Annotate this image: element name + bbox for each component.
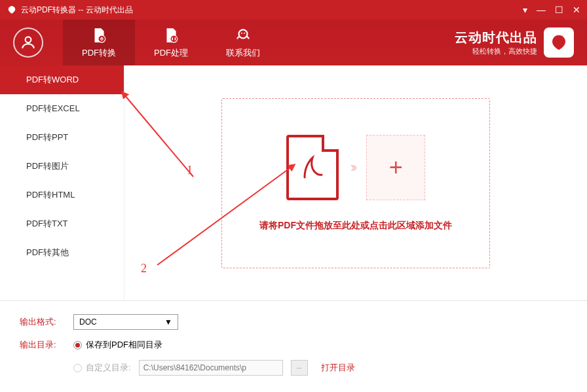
- sidebar-item-pdf-image[interactable]: PDF转图片: [0, 152, 124, 181]
- app-icon: [7, 5, 17, 15]
- sidebar-item-pdf-html[interactable]: PDF转HTML: [0, 181, 124, 209]
- header: PDF转换 PDF处理 联系我们 云动时代出品 轻松转换，高效快捷: [0, 20, 587, 65]
- add-file-box: +: [366, 135, 425, 200]
- output-format-label: 输出格式:: [20, 316, 66, 328]
- tab-pdf-convert[interactable]: PDF转换: [63, 20, 135, 65]
- pdf-convert-icon: [90, 26, 108, 45]
- svg-point-1: [98, 35, 105, 43]
- open-dir-link[interactable]: 打开目录: [321, 362, 355, 374]
- sidebar-item-pdf-ppt[interactable]: PDF转PPT: [0, 123, 124, 152]
- browse-button[interactable]: ···: [291, 360, 308, 376]
- radio-custom-dir[interactable]: 自定义目录:: [73, 362, 131, 374]
- tab-contact[interactable]: 联系我们: [207, 20, 279, 65]
- radio-label: 保存到PDF相同目录: [86, 339, 162, 351]
- tab-label: PDF转换: [82, 47, 116, 59]
- dropdown-icon[interactable]: ▾: [523, 5, 527, 15]
- radio-same-dir[interactable]: 保存到PDF相同目录: [73, 339, 162, 351]
- close-button[interactable]: ✕: [573, 5, 580, 15]
- file-dropzone[interactable]: ›› + 请将PDF文件拖放至此处或点击此区域添加文件: [221, 98, 490, 268]
- pdf-file-icon: [286, 135, 339, 200]
- output-format-select[interactable]: DOC ▼: [73, 314, 178, 330]
- sidebar-item-pdf-excel[interactable]: PDF转EXCEL: [0, 94, 124, 123]
- radio-icon: [73, 364, 82, 372]
- annotation-label-2: 2: [141, 262, 147, 276]
- svg-point-4: [241, 33, 242, 34]
- output-dir-label: 输出目录:: [20, 339, 66, 351]
- svg-line-6: [124, 95, 193, 177]
- footer-settings: 输出格式: DOC ▼ 输出目录: 保存到PDF相同目录 自定义目录: ··· …: [0, 300, 587, 392]
- titlebar: 云动PDF转换器 -- 云动时代出品 ▾ — ☐ ✕: [0, 0, 587, 20]
- window-title: 云动PDF转换器 -- 云动时代出品: [21, 5, 523, 16]
- arrow-icon: ››: [350, 159, 355, 176]
- brand-title: 云动时代出品: [455, 29, 537, 46]
- brand-area: 云动时代出品 轻松转换，高效快捷: [455, 27, 574, 58]
- window-controls: ▾ — ☐ ✕: [523, 5, 580, 15]
- main-panel: ›› + 请将PDF文件拖放至此处或点击此区域添加文件 1 2: [124, 65, 587, 300]
- chevron-down-icon: ▼: [164, 317, 172, 327]
- sidebar: PDF转WORD PDF转EXCEL PDF转PPT PDF转图片 PDF转HT…: [0, 65, 124, 300]
- dropzone-graphics: ›› +: [286, 135, 426, 200]
- annotation-label-1: 1: [187, 164, 193, 177]
- tab-label: 联系我们: [226, 47, 260, 59]
- tab-label: PDF处理: [154, 47, 188, 59]
- sidebar-item-pdf-txt[interactable]: PDF转TXT: [0, 209, 124, 238]
- radio-icon: [73, 341, 82, 349]
- main-tabs: PDF转换 PDF处理 联系我们: [63, 20, 279, 65]
- tab-pdf-process[interactable]: PDF处理: [135, 20, 207, 65]
- svg-point-3: [239, 29, 248, 38]
- maximize-button[interactable]: ☐: [555, 5, 563, 15]
- radio-label: 自定义目录:: [86, 362, 131, 374]
- svg-point-2: [170, 35, 178, 43]
- user-avatar[interactable]: [13, 27, 43, 58]
- contact-icon: [234, 26, 252, 45]
- select-value: DOC: [79, 317, 97, 327]
- svg-point-5: [244, 33, 245, 34]
- svg-point-0: [26, 37, 31, 43]
- brand-subtitle: 轻松转换，高效快捷: [455, 46, 537, 56]
- sidebar-item-pdf-other[interactable]: PDF转其他: [0, 238, 124, 267]
- brand-logo-icon: [544, 27, 574, 58]
- dropzone-text: 请将PDF文件拖放至此处或点击此区域添加文件: [259, 220, 452, 232]
- custom-dir-input[interactable]: [139, 360, 283, 376]
- pdf-process-icon: [162, 26, 180, 45]
- sidebar-item-pdf-word[interactable]: PDF转WORD: [0, 65, 124, 94]
- minimize-button[interactable]: —: [537, 5, 546, 15]
- plus-icon: +: [389, 154, 403, 181]
